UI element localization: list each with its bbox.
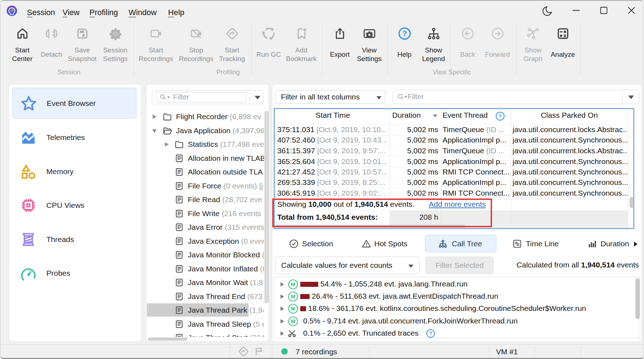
svg-text:M: M xyxy=(291,318,296,324)
svg-text:M: M xyxy=(291,293,296,299)
svg-text:M: M xyxy=(291,306,296,312)
svg-text:?: ? xyxy=(499,113,502,119)
svg-text:?: ? xyxy=(402,29,407,38)
svg-text:M: M xyxy=(291,281,296,287)
svg-text:?: ? xyxy=(429,331,432,336)
